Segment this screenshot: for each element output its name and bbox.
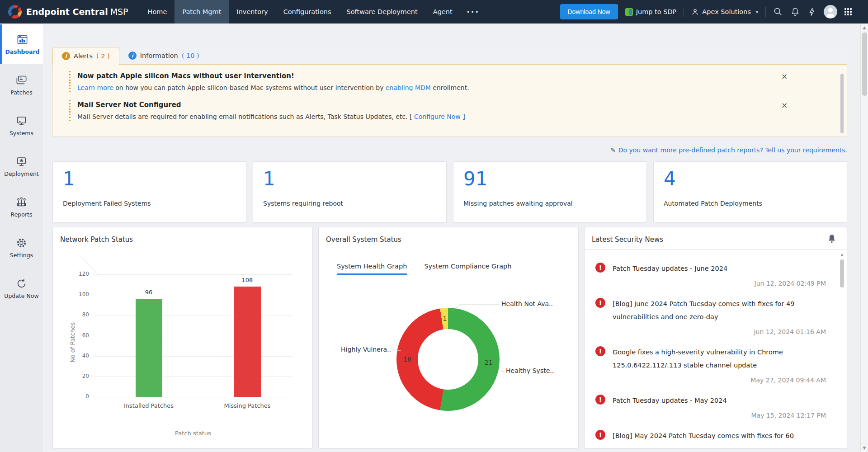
bar-chart-plot: 02040608010012096Installed Patches108Mis…: [53, 227, 313, 448]
page-scrollbar[interactable]: ▲ ▼: [860, 24, 868, 452]
news-date: May 27, 2024 09:44 AM: [613, 377, 826, 384]
sdp-icon: [625, 8, 633, 16]
x-category-label: Installed Patches: [113, 402, 185, 409]
y-tick-label: 0: [62, 393, 89, 400]
stat-card-automated-deployments[interactable]: 4 Automated Patch Deployments: [653, 161, 847, 223]
news-title-link[interactable]: [Blog] May 2024 Patch Tuesday comes with…: [613, 429, 814, 443]
scroll-up-arrow[interactable]: ▲: [839, 252, 845, 257]
stat-card-reboot-required[interactable]: 1 Systems requiring reboot: [253, 161, 447, 223]
close-icon[interactable]: ×: [780, 101, 789, 110]
bar-value-label: 108: [229, 277, 265, 283]
sidebar-item-systems[interactable]: Systems: [0, 106, 43, 146]
scroll-thumb[interactable]: [862, 33, 867, 96]
stat-card-deployment-failed[interactable]: 1 Deployment Failed Systems: [52, 161, 246, 223]
nav-item-agent[interactable]: Agent: [425, 0, 460, 24]
chevron-down-icon: ▾: [756, 9, 758, 14]
nav-item-software-deployment[interactable]: Software Deployment: [339, 0, 425, 24]
search-icon[interactable]: [773, 7, 783, 17]
alert-text: Learn more on how you can patch Apple si…: [77, 84, 811, 91]
tab-system-health-graph[interactable]: System Health Graph: [337, 263, 407, 275]
alerts-body: Now patch Apple silicon Macs without use…: [52, 64, 847, 137]
bar-installed-patches[interactable]: [136, 299, 162, 397]
news-item: !Patch Tuesday updates - June 2024Jun 12…: [595, 262, 827, 287]
y-tick-label: 120: [62, 271, 89, 277]
news-title-link[interactable]: [Blog] June 2024 Patch Tuesday comes wit…: [613, 297, 814, 324]
bar-value-label: 96: [131, 289, 167, 296]
tab-information[interactable]: i Information ( 10 ): [119, 47, 208, 64]
information-info-icon: i: [128, 52, 137, 60]
card-title: Latest Security News: [592, 235, 663, 244]
news-item: ![Blog] June 2024 Patch Tuesday comes wi…: [595, 297, 827, 335]
news-list: !Patch Tuesday updates - June 2024Jun 12…: [585, 250, 836, 448]
sidebar-item-reports[interactable]: Reports: [0, 187, 43, 227]
patches-icon: [15, 74, 28, 86]
predefined-reports-link[interactable]: ✎Do you want more pre-defined patch repo…: [610, 146, 847, 154]
brand-title: Endpoint CentralMSP: [26, 7, 128, 17]
nav-item-patch-mgmt[interactable]: Patch Mgmt: [175, 0, 229, 24]
brand-logo-icon: [8, 5, 22, 19]
stat-card-missing-patches[interactable]: 91 Missing patches awaiting approval: [453, 161, 647, 223]
download-now-button[interactable]: Download Now: [560, 4, 618, 19]
y-axis-label: No of Patches: [69, 295, 76, 390]
scroll-thumb[interactable]: [840, 259, 844, 287]
news-scrollbar[interactable]: ▲: [839, 252, 845, 446]
news-title-link[interactable]: Patch Tuesday updates - June 2024: [613, 262, 814, 275]
x-axis-label: Patch status: [157, 430, 229, 437]
sidebar-item-settings[interactable]: Settings: [0, 228, 43, 268]
sidebar-item-update-now[interactable]: Update Now: [0, 268, 43, 308]
donut-hole: [418, 329, 478, 390]
nav-item-inventory[interactable]: Inventory: [229, 0, 275, 24]
nav-item-home[interactable]: Home: [140, 0, 175, 24]
nav-menu: Home Patch Mgmt Inventory Configurations…: [140, 0, 486, 24]
alert-title: Mail Server Not Configured: [77, 101, 811, 109]
bell-icon[interactable]: [827, 234, 837, 245]
refresh-icon: [15, 278, 28, 290]
alert-text: Mail Server details are required for ena…: [77, 113, 811, 120]
account-menu[interactable]: Apex Solutions ▾: [691, 8, 758, 16]
donut-callout-label: Highly Vulnera..: [319, 346, 391, 353]
gridline: [94, 295, 292, 295]
donut-value-label: 1: [443, 315, 447, 322]
configure-now-link[interactable]: Configure Now: [414, 113, 461, 120]
nav-right-cluster: Download Now Jump to SDP Apex Solutions …: [560, 4, 868, 19]
alerts-scrollbar[interactable]: [840, 74, 844, 133]
gridline: [94, 274, 292, 275]
gridline: [94, 315, 292, 315]
tab-system-compliance-graph[interactable]: System Compliance Graph: [424, 263, 511, 275]
tab-alerts[interactable]: i Alerts ( 2 ): [52, 47, 119, 65]
jump-to-sdp-link[interactable]: Jump to SDP: [625, 8, 677, 16]
gear-icon: [15, 237, 28, 249]
alert-circle-icon: !: [595, 346, 605, 356]
deployment-icon: [15, 155, 28, 168]
overall-system-status-card: Overall System Status System Health Grap…: [318, 227, 579, 448]
alert-title: Now patch Apple silicon Macs without use…: [77, 72, 811, 80]
x-category-label: Missing Patches: [211, 402, 283, 409]
bar-missing-patches[interactable]: [234, 287, 261, 397]
sidebar-item-dashboard[interactable]: Dashboard: [0, 24, 43, 64]
user-avatar[interactable]: [824, 5, 837, 19]
news-title-link[interactable]: Patch Tuesday updates - May 2024: [613, 394, 814, 407]
close-icon[interactable]: ×: [780, 72, 789, 81]
lightning-icon[interactable]: [807, 7, 816, 17]
gridline: [94, 377, 292, 377]
sidebar-item-deployment[interactable]: Deployment: [0, 146, 43, 186]
alert-info-icon: i: [62, 52, 70, 60]
sidebar-item-patches[interactable]: Patches: [0, 65, 43, 105]
learn-more-link[interactable]: Learn more: [77, 84, 113, 91]
alert-item: Now patch Apple silicon Macs without use…: [69, 71, 811, 92]
donut-callout-label: Health Not Ava..: [501, 300, 553, 307]
enabling-mdm-link[interactable]: enabling MDM: [386, 84, 431, 91]
stat-label: Systems requiring reboot: [263, 200, 436, 207]
announcements-icon[interactable]: [790, 7, 800, 17]
news-item: ![Blog] May 2024 Patch Tuesday comes wit…: [595, 429, 827, 443]
stat-value: 4: [664, 168, 837, 190]
scroll-down-arrow[interactable]: ▼: [861, 446, 868, 450]
nav-more-button[interactable]: •••: [460, 0, 486, 24]
system-status-tabs: System Health Graph System Compliance Gr…: [337, 263, 512, 275]
alert-circle-icon: !: [595, 263, 605, 273]
apps-grid-icon[interactable]: [844, 8, 852, 15]
scroll-up-arrow[interactable]: ▲: [861, 25, 868, 30]
news-title-link[interactable]: Google fixes a high-severity vulnerabili…: [613, 346, 814, 372]
news-header: Latest Security News: [585, 227, 847, 250]
nav-item-configurations[interactable]: Configurations: [276, 0, 339, 24]
